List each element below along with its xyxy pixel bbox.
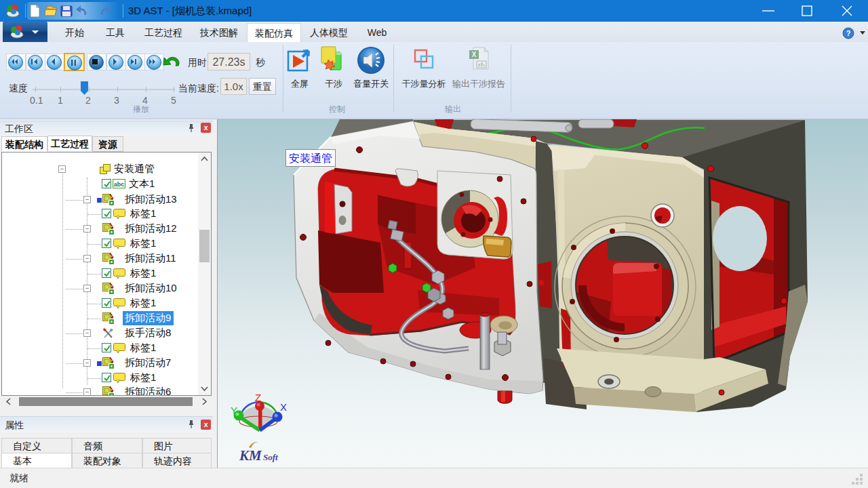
svg-text:?: ?	[846, 29, 851, 37]
svg-text:Soft: Soft	[263, 452, 278, 462]
svg-text:X: X	[280, 401, 287, 413]
svg-text:Y: Y	[231, 405, 237, 416]
svg-text:X: X	[472, 51, 477, 58]
svg-text:KM: KM	[239, 447, 262, 464]
svg-text:abc: abc	[114, 181, 125, 188]
svg-text:Z: Z	[255, 392, 261, 403]
